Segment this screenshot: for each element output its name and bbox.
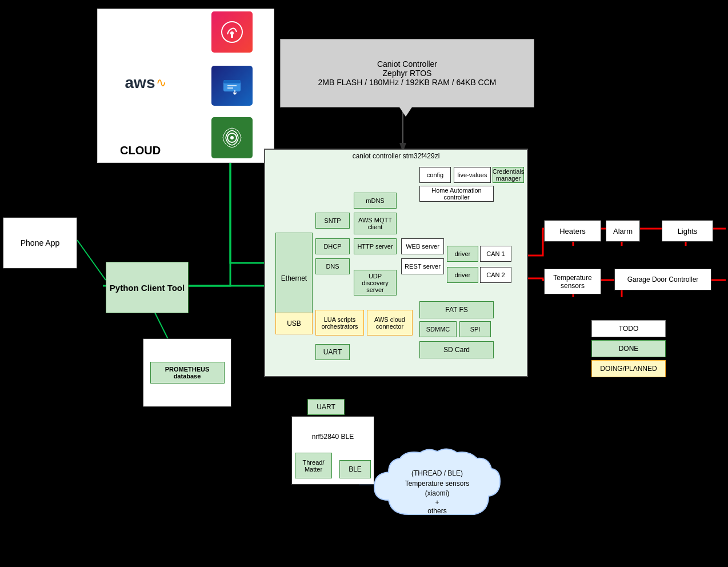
uart-inner-box: UART (315, 344, 350, 360)
credentials-box: Credentials manager (493, 167, 524, 183)
prometheus-box: PROMETHEUS database (150, 362, 225, 384)
nrf-box: nrf52840 BLE Thread/ Matter BLE (291, 416, 374, 485)
ble-cloud-svg: (THREAD / BLE) Temperature sensors (xiao… (363, 446, 511, 532)
grafana-box (211, 11, 253, 53)
sdmmc-box: SDMMC (419, 321, 457, 337)
iotcore-box (211, 117, 253, 158)
controller-callout: Caniot Controller Zephyr RTOS 2MB FLASH … (280, 39, 534, 107)
callout-pointer (399, 106, 413, 117)
svg-point-12 (230, 31, 234, 35)
garage-door-box: Garage Door Controller (614, 269, 711, 290)
aws-mqtt-box: AWS MQTT client (354, 213, 397, 234)
mdns-box: mDNS (354, 193, 397, 209)
temp-sensors-box: Temperature sensors (544, 269, 601, 294)
lights-box: Lights (662, 220, 713, 242)
callout-line2: Zephyr RTOS (318, 69, 497, 78)
spi-box: SPI (459, 321, 491, 337)
can2-box: CAN 2 (480, 267, 511, 283)
web-server-box: WEB server (401, 238, 444, 254)
uart-ble-box: UART (307, 399, 345, 415)
udp-box: UDP discovery server (354, 270, 397, 296)
grafana-label: Grafana (176, 27, 201, 35)
home-automation-box: Home Automation controller (419, 186, 494, 202)
main-controller-box: caniot controller stm32f429zi config liv… (264, 149, 528, 377)
config-box: config (419, 167, 451, 183)
rest-server-box: REST server (401, 258, 444, 274)
legend-done: DONE (591, 340, 666, 357)
can1-box: CAN 1 (480, 246, 511, 262)
http-server-box: HTTP server (354, 238, 397, 254)
dhcp-box: DHCP (315, 238, 350, 254)
cloud-label: CLOUD (120, 144, 161, 157)
svg-point-18 (230, 136, 234, 139)
svg-text:Temperature sensors: Temperature sensors (405, 480, 470, 488)
svg-line-1 (77, 240, 106, 280)
iotcore-label: IoT Core (176, 130, 202, 138)
legend-doing: DOING/PLANNED (591, 360, 666, 377)
ethernet-box: Ethernet (275, 233, 313, 324)
phone-app-box: Phone App (3, 217, 77, 269)
main-controller-title: caniot controller stm32f429zi (353, 152, 440, 160)
nrf-label: nrf52840 BLE (312, 433, 354, 441)
svg-rect-14 (223, 80, 241, 83)
aws-logo: aws ∿ (111, 69, 180, 97)
sntp-box: SNTP (315, 213, 350, 229)
driver2-box: driver (447, 267, 478, 283)
svg-text:others: others (427, 507, 446, 515)
dns-box: DNS (315, 258, 350, 274)
callout-line3: 2MB FLASH / 180MHz / 192KB RAM / 64KB CC… (318, 78, 497, 87)
heaters-box: Heaters (544, 220, 601, 242)
svg-text:+: + (435, 498, 439, 506)
svg-text:(xiaomi): (xiaomi) (425, 489, 450, 497)
usb-box: USB (275, 313, 313, 334)
timestream-box (211, 66, 253, 106)
python-client-box: Python Client Tool (106, 262, 189, 313)
timestream-label: Timestream (173, 79, 209, 87)
legend-todo: TODO (591, 320, 666, 337)
callout-line1: Caniot Controller (318, 59, 497, 69)
driver1-box: driver (447, 246, 478, 262)
raspberry-pi-box: Raspberry PI (Python) PROMETHEUS databas… (143, 338, 231, 407)
live-values-box: live-values (454, 167, 491, 183)
thread-matter-box: Thread/ Matter (295, 453, 332, 478)
fatfs-box: FAT FS (419, 301, 494, 318)
lua-box: LUA scripts orchestrators (315, 310, 364, 336)
svg-text:(THREAD / BLE): (THREAD / BLE) (411, 469, 463, 477)
sdcard-box: SD Card (419, 341, 494, 358)
aws-connector-box: AWS cloud connector (367, 310, 413, 336)
alarm-box: Alarm (606, 220, 640, 242)
